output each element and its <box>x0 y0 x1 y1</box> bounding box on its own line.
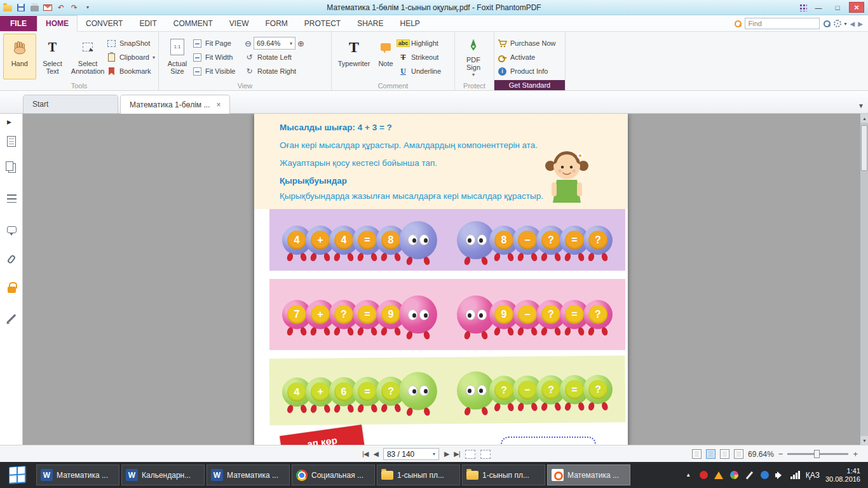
start-button[interactable] <box>0 462 34 488</box>
sidebar-layers-icon[interactable] <box>5 193 18 205</box>
quick-access-caret-icon[interactable]: ▾ <box>83 3 93 13</box>
tab-edit[interactable]: EDIT <box>131 16 165 31</box>
previous-page-button[interactable]: ◀ <box>373 450 377 458</box>
blue-app-icon[interactable] <box>760 470 770 480</box>
scrollbar-thumb[interactable] <box>861 125 867 171</box>
snapshot-view-icon[interactable] <box>465 450 475 459</box>
rotate-right-button[interactable]: ↻ Rotate Right <box>245 65 326 78</box>
print-icon[interactable] <box>29 3 39 13</box>
tab-file[interactable]: FILE <box>0 16 37 31</box>
undo-icon[interactable]: ↶ <box>56 3 66 13</box>
sidebar-bookmarks-icon[interactable] <box>5 135 18 148</box>
snapshot-button[interactable]: SnapShot <box>107 37 155 50</box>
continuous-facing-view-icon[interactable] <box>734 449 743 459</box>
volume-icon[interactable] <box>775 470 785 480</box>
scroll-down-icon[interactable]: ▼ <box>860 436 868 445</box>
next-result-icon[interactable]: ▶ <box>858 20 863 27</box>
search-icon[interactable] <box>823 20 831 27</box>
single-page-view-icon[interactable] <box>692 449 702 459</box>
redo-icon[interactable]: ↷ <box>69 3 79 13</box>
doc-tab-current[interactable]: Математика 1-бөлім ... × <box>120 95 230 114</box>
network-signal-icon[interactable] <box>790 470 800 480</box>
taskbar-item-foxit[interactable]: Математика ... <box>547 464 630 485</box>
page-number-input[interactable]: 83 / 140 ▾ <box>383 448 439 460</box>
language-indicator[interactable]: ҚАЗ <box>806 471 820 480</box>
taskbar-item-word-2[interactable]: W Кальендарн... <box>121 464 205 485</box>
fit-page-button[interactable]: Fit Page <box>193 37 245 50</box>
taskbar-item-word-3[interactable]: W Математика ... <box>207 464 290 485</box>
select-annotation-button[interactable]: Select Annotation <box>69 34 107 79</box>
actual-size-button[interactable]: 1:1 Actual Size <box>162 34 193 79</box>
tab-view[interactable]: VIEW <box>221 16 257 31</box>
activate-button[interactable]: Activate <box>498 51 556 64</box>
open-folder-icon[interactable] <box>3 3 13 13</box>
underline-button[interactable]: U Underline <box>398 65 441 78</box>
vertical-scrollbar[interactable]: ▲ ▼ <box>860 114 868 445</box>
strikeout-button[interactable]: T Strikeout <box>398 51 441 64</box>
prev-result-icon[interactable]: ◀ <box>850 20 855 27</box>
save-icon[interactable] <box>16 3 26 13</box>
continuous-view-icon[interactable] <box>706 449 715 459</box>
tab-help[interactable]: HELP <box>391 16 428 31</box>
sidebar-expand-icon[interactable]: ▶ <box>7 119 20 132</box>
first-page-button[interactable]: |◀ <box>362 450 368 458</box>
highlight-button[interactable]: abc Highlight <box>398 37 441 50</box>
purchase-now-button[interactable]: Purchase Now <box>498 37 556 50</box>
sidebar-security-lock-icon[interactable] <box>5 281 18 294</box>
zoom-in-button[interactable]: + <box>853 449 858 459</box>
doc-tab-start[interactable]: Start <box>23 95 118 113</box>
zoom-in-icon[interactable]: ⊕ <box>297 39 304 48</box>
antivirus-icon[interactable] <box>699 470 709 480</box>
zoom-out-icon[interactable]: ⊖ <box>245 39 252 48</box>
warning-icon[interactable] <box>714 470 724 480</box>
tab-home[interactable]: HOME <box>37 15 78 32</box>
gear-icon[interactable] <box>834 20 841 27</box>
sidebar-pages-icon[interactable] <box>5 161 18 173</box>
typewriter-button[interactable]: T Typewriter <box>335 34 373 79</box>
zoom-out-button[interactable]: − <box>778 449 783 459</box>
facing-view-icon[interactable] <box>720 449 729 459</box>
taskbar-item-chrome[interactable]: Социальная ... <box>292 464 375 485</box>
taskbar-item-folder-1[interactable]: 1-сынып пл... <box>377 464 460 485</box>
find-input[interactable]: Find <box>745 18 820 29</box>
sidebar-signature-icon[interactable] <box>5 312 18 325</box>
taskbar-item-folder-2[interactable]: 1-сынып пл... <box>462 464 545 485</box>
hand-tool-button[interactable]: Hand <box>3 34 36 79</box>
zoom-slider-thumb[interactable] <box>814 450 820 458</box>
tab-protect[interactable]: PROTECT <box>296 16 349 31</box>
taskbar-item-word-1[interactable]: W Математика ... <box>36 464 119 485</box>
fit-width-button[interactable]: Fit Width <box>193 51 245 64</box>
pdf-sign-button[interactable]: PDF Sign ▾ <box>458 34 489 79</box>
email-icon[interactable] <box>43 3 53 13</box>
tab-convert[interactable]: CONVERT <box>78 16 131 31</box>
sidebar-attachments-icon[interactable] <box>5 254 18 266</box>
zoom-combobox[interactable]: 69.64% ▾ <box>254 37 295 50</box>
note-button[interactable]: Note <box>373 34 398 79</box>
select-text-button[interactable]: T Select Text <box>36 34 69 79</box>
product-info-button[interactable]: i Product Info <box>498 65 556 78</box>
last-page-button[interactable]: ▶| <box>454 450 459 458</box>
restore-button[interactable]: □ <box>830 2 845 13</box>
minimize-button[interactable]: — <box>811 2 826 13</box>
scroll-up-icon[interactable]: ▲ <box>860 114 868 123</box>
layout-grid-icon[interactable] <box>799 3 807 11</box>
doc-tab-list-caret-icon[interactable]: ▼ <box>858 102 864 113</box>
sidebar-comments-icon[interactable] <box>5 224 18 237</box>
close-button[interactable]: × <box>849 2 864 13</box>
find-options-caret-icon[interactable]: ▾ <box>844 21 847 27</box>
zoom-slider[interactable] <box>787 453 848 455</box>
clock[interactable]: 1:41 30.08.2016 <box>825 467 863 484</box>
clipboard-button[interactable]: Clipboard ▾ <box>107 51 155 64</box>
tab-form[interactable]: FORM <box>257 16 295 31</box>
pen-tray-icon[interactable] <box>745 470 754 480</box>
bookmark-button[interactable]: Bookmark <box>107 65 155 78</box>
hidden-icons-chevron-icon[interactable]: ▲ <box>684 470 693 480</box>
clipboard-view-icon[interactable] <box>480 450 491 459</box>
doc-tab-close-icon[interactable]: × <box>216 100 220 109</box>
tab-comment[interactable]: COMMENT <box>165 16 221 31</box>
tab-share[interactable]: SHARE <box>349 16 391 31</box>
color-app-icon[interactable] <box>729 470 739 480</box>
next-page-button[interactable]: ▶ <box>444 450 449 458</box>
fit-visible-button[interactable]: Fit Visible <box>193 65 245 78</box>
rotate-left-button[interactable]: ↺ Rotate Left <box>245 51 326 64</box>
